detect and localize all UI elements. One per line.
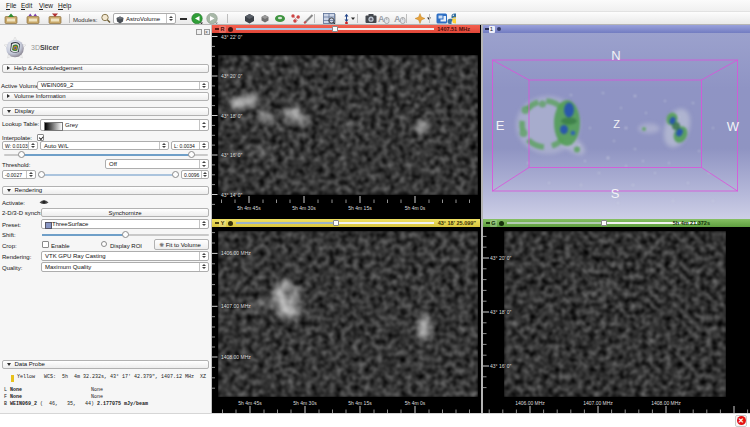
svg-text:43° 22′ 0″: 43° 22′ 0″	[221, 34, 243, 40]
svg-text:Z: Z	[613, 118, 620, 130]
svg-text:S: S	[611, 186, 620, 201]
svg-text:43° 20′ 0″: 43° 20′ 0″	[490, 255, 512, 261]
svg-text:43° 20′ 0″: 43° 20′ 0″	[221, 73, 243, 79]
svg-text:E: E	[496, 118, 505, 133]
svg-text:43° 16′ 0″: 43° 16′ 0″	[490, 363, 512, 369]
svg-text:5h 4m 45s: 5h 4m 45s	[237, 205, 261, 211]
svg-text:5h 4m 15s: 5h 4m 15s	[348, 400, 372, 406]
svg-text:5h 4m 45s: 5h 4m 45s	[238, 400, 262, 406]
svg-text:5h 4m 15s: 5h 4m 15s	[348, 205, 372, 211]
svg-text:43° 18′ 0″: 43° 18′ 0″	[221, 113, 243, 119]
svg-text:1406.00 MHz: 1406.00 MHz	[221, 250, 251, 256]
svg-text:5h 4m 30s: 5h 4m 30s	[292, 205, 316, 211]
svg-text:A: A	[394, 14, 401, 24]
svg-text:1406.00 MHz: 1406.00 MHz	[515, 400, 545, 406]
svg-text:5h 4m 30s: 5h 4m 30s	[293, 400, 317, 406]
svg-text:43° 14′ 0″: 43° 14′ 0″	[221, 192, 243, 198]
svg-text:1408.00 MHz: 1408.00 MHz	[651, 400, 681, 406]
svg-text:1408.00 MHz: 1408.00 MHz	[221, 354, 251, 360]
svg-text:N: N	[611, 48, 620, 63]
svg-text:5h 4m 0s: 5h 4m 0s	[405, 205, 426, 211]
svg-text:A: A	[378, 14, 385, 24]
svg-text:1407.00 MHz: 1407.00 MHz	[583, 400, 613, 406]
svg-text:43° 16′ 0″: 43° 16′ 0″	[221, 152, 243, 158]
svg-text:1407.00 MHz: 1407.00 MHz	[221, 303, 251, 309]
svg-text:43° 18′ 0″: 43° 18′ 0″	[490, 309, 512, 315]
svg-text:W: W	[727, 119, 740, 134]
svg-text:5h 4m 0s: 5h 4m 0s	[405, 400, 426, 406]
